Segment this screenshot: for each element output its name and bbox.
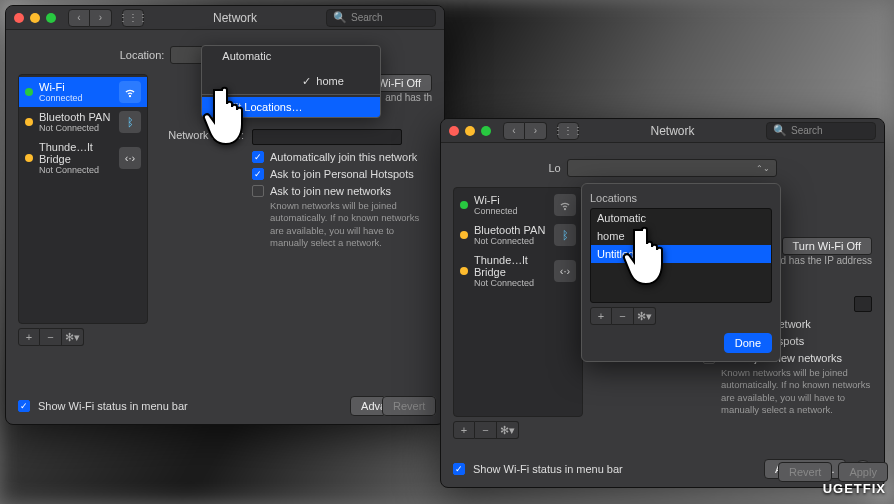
back-button[interactable]: ‹ (503, 122, 525, 140)
dropdown-item-automatic[interactable]: Automatic (202, 46, 380, 66)
network-window-1: ‹ › ⋮⋮⋮ Network 🔍 Search Location: ⌃⌄ Au… (5, 5, 445, 425)
sidebar-item-wifi[interactable]: Wi-Fi Connected (454, 190, 582, 220)
svg-point-1 (564, 209, 565, 210)
location-dropdown: Automatic home Edit Locations… (201, 45, 381, 118)
revert-button[interactable]: Revert (778, 462, 832, 482)
status-light-icon (25, 88, 33, 96)
sidebar-item-thunderbolt[interactable]: Thunde…lt Bridge Not Connected ‹·› (19, 137, 147, 179)
wifi-icon (554, 194, 576, 216)
remove-location-button[interactable]: − (612, 307, 634, 325)
hint-text: Known networks will be joined automatica… (270, 200, 432, 249)
grid-icon[interactable]: ⋮⋮⋮ (557, 122, 579, 140)
sidebar-item-label: Thunde…lt Bridge (474, 254, 548, 278)
wifi-icon (119, 81, 141, 103)
checkbox-personal-hotspots[interactable]: ✓ (252, 168, 264, 180)
bluetooth-icon: ᛒ (119, 111, 141, 133)
sidebar: Wi-Fi Connected Bluetooth PAN Not Connec… (453, 187, 583, 417)
location-select[interactable]: ⌃⌄ (567, 159, 777, 177)
remove-button[interactable]: − (40, 328, 62, 346)
forward-button[interactable]: › (90, 9, 112, 27)
search-icon: 🔍 (773, 124, 787, 137)
titlebar: ‹ › ⋮⋮⋮ Network 🔍 Search (6, 6, 444, 30)
sidebar-item-label: Bluetooth PAN (474, 224, 545, 236)
turn-wifi-off-button[interactable]: Turn Wi-Fi Off (782, 237, 872, 255)
apply-button[interactable]: Apply (838, 462, 888, 482)
checkbox-show-wifi-status[interactable]: ✓ (453, 463, 465, 475)
status-light-icon (460, 231, 468, 239)
add-button[interactable]: + (18, 328, 40, 346)
dropdown-item-home[interactable]: home (296, 71, 380, 91)
traffic-lights (14, 13, 56, 23)
revert-button[interactable]: Revert (382, 396, 436, 416)
sidebar-item-status: Connected (39, 93, 83, 103)
location-label: Lo (548, 162, 560, 174)
sidebar: Wi-Fi Connected Bluetooth PAN Not Connec… (18, 74, 148, 324)
sidebar-item-label: Thunde…lt Bridge (39, 141, 113, 165)
sidebar-item-status: Not Connected (39, 165, 113, 175)
close-icon[interactable] (14, 13, 24, 23)
sidebar-item-label: Wi-Fi (39, 81, 83, 93)
show-wifi-status-label: Show Wi-Fi status in menu bar (473, 463, 623, 475)
zoom-icon[interactable] (46, 13, 56, 23)
locations-list: Automatic home Untitled (590, 208, 772, 303)
thunderbolt-icon: ‹·› (119, 147, 141, 169)
sidebar-item-thunderbolt[interactable]: Thunde…lt Bridge Not Connected ‹·› (454, 250, 582, 292)
add-location-button[interactable]: + (590, 307, 612, 325)
thunderbolt-icon: ‹·› (554, 260, 576, 282)
status-light-icon (460, 267, 468, 275)
search-input[interactable]: 🔍 Search (766, 122, 876, 140)
network-name-select[interactable] (252, 129, 402, 145)
hint-text: Known networks will be joined automatica… (721, 367, 872, 416)
close-icon[interactable] (449, 126, 459, 136)
remove-button[interactable]: − (475, 421, 497, 439)
checkbox-show-wifi-status[interactable]: ✓ (18, 400, 30, 412)
sidebar-item-bluetooth[interactable]: Bluetooth PAN Not Connected ᛒ (454, 220, 582, 250)
location-select[interactable]: ⌃⌄ Automatic home Edit Locations… (170, 46, 330, 64)
sidebar-item-label: Bluetooth PAN (39, 111, 110, 123)
svg-point-0 (129, 96, 130, 97)
sidebar-item-status: Not Connected (39, 123, 110, 133)
network-window-2: ‹ › ⋮⋮⋮ Network 🔍 Search Lo ⌃⌄ Wi-Fi (440, 118, 885, 488)
locations-row-selected[interactable]: Untitled (591, 245, 771, 263)
window-title: Network (150, 11, 320, 25)
bluetooth-icon: ᛒ (554, 224, 576, 246)
traffic-lights (449, 126, 491, 136)
titlebar: ‹ › ⋮⋮⋮ Network 🔍 Search (441, 119, 884, 143)
search-input[interactable]: 🔍 Search (326, 9, 436, 27)
window-title: Network (585, 124, 760, 138)
sidebar-item-status: Not Connected (474, 236, 545, 246)
watermark: UGETFIX (823, 481, 886, 496)
locations-row[interactable]: home (591, 227, 771, 245)
done-button[interactable]: Done (724, 333, 772, 353)
network-name-chevron[interactable] (854, 296, 872, 312)
back-button[interactable]: ‹ (68, 9, 90, 27)
grid-icon[interactable]: ⋮⋮⋮ (122, 9, 144, 27)
zoom-icon[interactable] (481, 126, 491, 136)
minimize-icon[interactable] (465, 126, 475, 136)
location-action-button[interactable]: ✻▾ (634, 307, 656, 325)
status-light-icon (25, 118, 33, 126)
sidebar-item-status: Not Connected (474, 278, 548, 288)
sidebar-item-status: Connected (474, 206, 518, 216)
forward-button[interactable]: › (525, 122, 547, 140)
minimize-icon[interactable] (30, 13, 40, 23)
search-icon: 🔍 (333, 11, 347, 24)
status-light-icon (25, 154, 33, 162)
sidebar-item-wifi[interactable]: Wi-Fi Connected (19, 77, 147, 107)
location-label: Location: (120, 49, 165, 61)
add-button[interactable]: + (453, 421, 475, 439)
locations-row[interactable]: Automatic (591, 209, 771, 227)
network-name-label: Network Name: (158, 129, 244, 141)
status-light-icon (460, 201, 468, 209)
action-menu-button[interactable]: ✻▾ (497, 421, 519, 439)
checkbox-new-networks[interactable] (252, 185, 264, 197)
sidebar-item-label: Wi-Fi (474, 194, 518, 206)
popover-title: Locations (590, 192, 772, 204)
action-menu-button[interactable]: ✻▾ (62, 328, 84, 346)
chevron-updown-icon: ⌃⌄ (756, 164, 770, 173)
checkbox-auto-join[interactable]: ✓ (252, 151, 264, 163)
locations-popover: Locations Automatic home Untitled + − ✻▾… (581, 183, 781, 362)
sidebar-item-bluetooth[interactable]: Bluetooth PAN Not Connected ᛒ (19, 107, 147, 137)
show-wifi-status-label: Show Wi-Fi status in menu bar (38, 400, 188, 412)
dropdown-item-edit-locations[interactable]: Edit Locations… (202, 97, 380, 117)
